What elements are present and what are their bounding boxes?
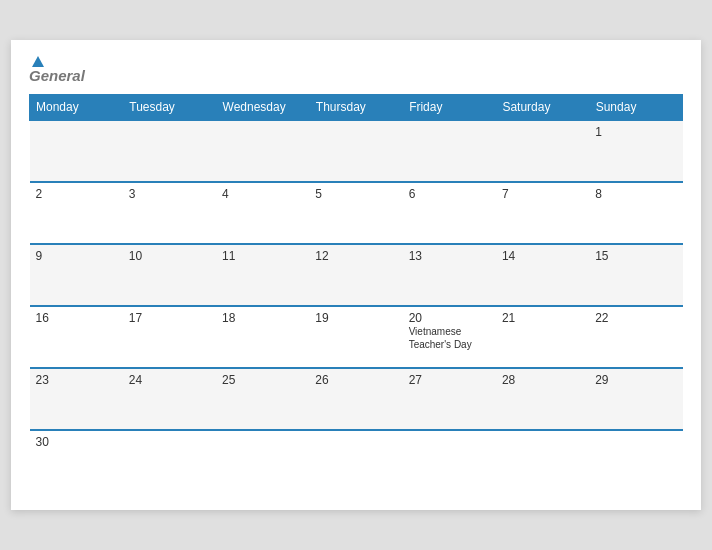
- weekday-header-thursday: Thursday: [309, 95, 402, 121]
- calendar-cell: 21: [496, 306, 589, 368]
- calendar-cell: [123, 120, 216, 182]
- calendar-cell: 23: [30, 368, 123, 430]
- week-row-0: 1: [30, 120, 683, 182]
- calendar-cell: 26: [309, 368, 402, 430]
- calendar-cell: 6: [403, 182, 496, 244]
- calendar-cell: 19: [309, 306, 402, 368]
- calendar-header: General: [29, 56, 683, 84]
- day-number: 16: [36, 311, 117, 325]
- calendar-cell: 22: [589, 306, 682, 368]
- calendar-cell: 3: [123, 182, 216, 244]
- calendar-cell: 30: [30, 430, 123, 492]
- calendar-cell: 28: [496, 368, 589, 430]
- week-row-5: 30: [30, 430, 683, 492]
- calendar-cell: 27: [403, 368, 496, 430]
- day-number: 11: [222, 249, 303, 263]
- calendar-cell: [216, 430, 309, 492]
- day-number: 12: [315, 249, 396, 263]
- calendar-cell: [496, 120, 589, 182]
- calendar-table: MondayTuesdayWednesdayThursdayFridaySatu…: [29, 94, 683, 492]
- logo-row1: [29, 56, 44, 67]
- day-number: 1: [595, 125, 676, 139]
- day-number: 17: [129, 311, 210, 325]
- calendar-cell: 7: [496, 182, 589, 244]
- day-number: 22: [595, 311, 676, 325]
- calendar-cell: [123, 430, 216, 492]
- calendar-cell: 1: [589, 120, 682, 182]
- calendar-cell: 11: [216, 244, 309, 306]
- calendar-cell: 18: [216, 306, 309, 368]
- day-number: 7: [502, 187, 583, 201]
- calendar-cell: 25: [216, 368, 309, 430]
- calendar-cell: [216, 120, 309, 182]
- logo-triangle-icon: [32, 56, 44, 67]
- calendar-cell: [309, 430, 402, 492]
- logo-eral-part: eral: [58, 67, 85, 84]
- calendar-cell: 14: [496, 244, 589, 306]
- weekday-header-tuesday: Tuesday: [123, 95, 216, 121]
- logo: General: [29, 56, 85, 84]
- week-row-1: 2345678: [30, 182, 683, 244]
- day-number: 3: [129, 187, 210, 201]
- weekday-header-row: MondayTuesdayWednesdayThursdayFridaySatu…: [30, 95, 683, 121]
- calendar-cell: [403, 430, 496, 492]
- week-row-4: 23242526272829: [30, 368, 683, 430]
- day-number: 18: [222, 311, 303, 325]
- calendar-body: 1234567891011121314151617181920Vietnames…: [30, 120, 683, 492]
- day-event: Vietnamese Teacher's Day: [409, 325, 490, 351]
- calendar-cell: 8: [589, 182, 682, 244]
- calendar-cell: 9: [30, 244, 123, 306]
- day-number: 8: [595, 187, 676, 201]
- day-number: 30: [36, 435, 117, 449]
- calendar-cell: [403, 120, 496, 182]
- calendar-cell: 2: [30, 182, 123, 244]
- calendar-cell: 20Vietnamese Teacher's Day: [403, 306, 496, 368]
- day-number: 20: [409, 311, 490, 325]
- day-number: 26: [315, 373, 396, 387]
- calendar: General MondayTuesdayWednesdayThursdayFr…: [11, 40, 701, 510]
- day-number: 2: [36, 187, 117, 201]
- day-number: 24: [129, 373, 210, 387]
- calendar-cell: 5: [309, 182, 402, 244]
- calendar-cell: 24: [123, 368, 216, 430]
- day-number: 25: [222, 373, 303, 387]
- calendar-cell: 29: [589, 368, 682, 430]
- calendar-cell: 4: [216, 182, 309, 244]
- calendar-cell: 16: [30, 306, 123, 368]
- day-number: 5: [315, 187, 396, 201]
- day-number: 29: [595, 373, 676, 387]
- day-number: 9: [36, 249, 117, 263]
- day-number: 13: [409, 249, 490, 263]
- calendar-cell: 12: [309, 244, 402, 306]
- logo-row2: General: [29, 67, 85, 84]
- calendar-cell: [496, 430, 589, 492]
- day-number: 6: [409, 187, 490, 201]
- day-number: 19: [315, 311, 396, 325]
- day-number: 21: [502, 311, 583, 325]
- calendar-cell: [309, 120, 402, 182]
- calendar-cell: 17: [123, 306, 216, 368]
- day-number: 15: [595, 249, 676, 263]
- weekday-header-saturday: Saturday: [496, 95, 589, 121]
- weekday-header-sunday: Sunday: [589, 95, 682, 121]
- week-row-2: 9101112131415: [30, 244, 683, 306]
- day-number: 27: [409, 373, 490, 387]
- logo-gray-part: Gen: [29, 67, 58, 84]
- day-number: 23: [36, 373, 117, 387]
- day-number: 28: [502, 373, 583, 387]
- weekday-header-monday: Monday: [30, 95, 123, 121]
- day-number: 10: [129, 249, 210, 263]
- day-number: 14: [502, 249, 583, 263]
- calendar-cell: 10: [123, 244, 216, 306]
- calendar-cell: [30, 120, 123, 182]
- calendar-cell: [589, 430, 682, 492]
- weekday-header-wednesday: Wednesday: [216, 95, 309, 121]
- weekday-header-friday: Friday: [403, 95, 496, 121]
- calendar-cell: 13: [403, 244, 496, 306]
- calendar-cell: 15: [589, 244, 682, 306]
- week-row-3: 1617181920Vietnamese Teacher's Day2122: [30, 306, 683, 368]
- day-number: 4: [222, 187, 303, 201]
